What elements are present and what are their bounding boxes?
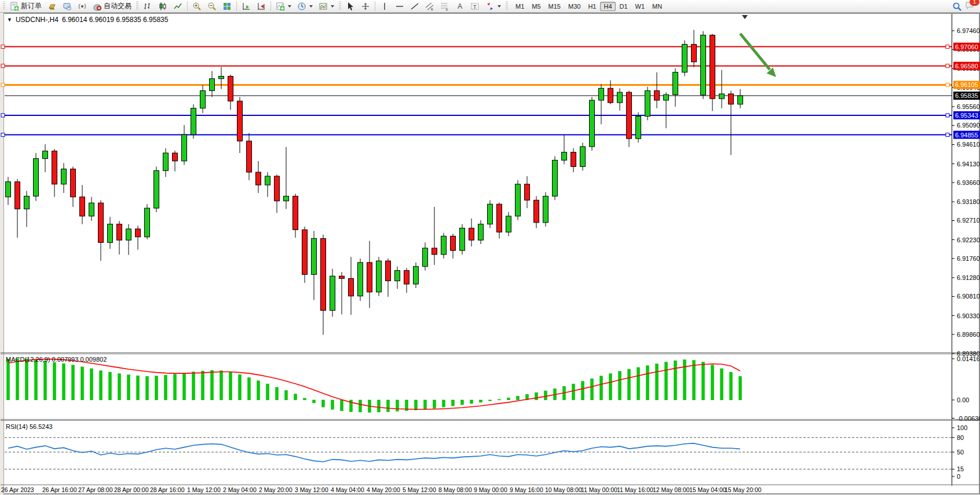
rsi-indicator-label: RSI(14) 56.5243 — [6, 423, 53, 430]
fibonacci-tool-button[interactable]: F — [437, 0, 452, 12]
svg-text:6.91760: 6.91760 — [957, 255, 980, 262]
horizontal-lines[interactable] — [1, 45, 952, 137]
line-chart-icon — [173, 2, 182, 11]
timeframe-button-w1[interactable]: W1 — [632, 2, 649, 11]
search-icon[interactable] — [952, 2, 961, 11]
zoom-out-icon — [207, 2, 217, 11]
svg-text:12 May 08:00: 12 May 08:00 — [653, 486, 690, 493]
timeframe-group: M1M5M15M30H1H4D1W1MN — [512, 2, 665, 11]
timeframe-button-m15[interactable]: M15 — [545, 2, 564, 11]
toolbar-grip[interactable] — [3, 2, 5, 10]
toolbar-grip[interactable] — [136, 2, 138, 10]
svg-text:5 May 12:00: 5 May 12:00 — [403, 486, 436, 493]
svg-text:8 May 08:00: 8 May 08:00 — [438, 486, 472, 493]
zoom-in-icon — [192, 2, 202, 11]
autotrading-label: 自动交易 — [104, 1, 131, 11]
periods-button[interactable] — [294, 0, 316, 12]
svg-text:6.97060: 6.97060 — [955, 43, 978, 50]
candlestick-chart-button[interactable] — [155, 0, 170, 12]
auto-scroll-button[interactable] — [239, 0, 254, 12]
svg-text:6.93180: 6.93180 — [957, 198, 980, 205]
svg-text:0.00: 0.00 — [957, 396, 969, 403]
gold-button[interactable] — [45, 0, 60, 12]
text-label-tool-button[interactable]: T — [467, 0, 482, 12]
line-chart-button[interactable] — [170, 0, 185, 12]
text-tool-button[interactable]: A — [452, 0, 467, 12]
timeframe-button-m30[interactable]: M30 — [565, 2, 584, 11]
svg-text:11 May 00:00: 11 May 00:00 — [581, 486, 617, 493]
crosshair-icon — [361, 2, 370, 11]
toolbar-grip[interactable] — [506, 2, 508, 10]
svg-text:6.92710: 6.92710 — [957, 217, 980, 224]
svg-text:6.89860: 6.89860 — [957, 331, 980, 338]
chart-shift-marker — [742, 15, 748, 19]
chart-symbol-period: USDCNH-,H4 — [16, 16, 58, 24]
notification-badge: 1 — [970, 0, 979, 6]
svg-text:6.94610: 6.94610 — [957, 141, 980, 148]
vertical-line-icon — [380, 2, 389, 11]
arrows-caret — [498, 5, 501, 8]
arrows-icon — [485, 2, 495, 11]
periods-caret — [309, 5, 313, 8]
templates-caret — [331, 5, 334, 8]
text-icon: A — [455, 2, 465, 11]
svg-text:6.95343: 6.95343 — [955, 112, 978, 119]
arrows-tool-button[interactable] — [482, 0, 504, 12]
vertical-line-tool-button[interactable] — [377, 0, 392, 12]
zoom-in-button[interactable] — [189, 0, 204, 12]
svg-text:26 Apr 16:00: 26 Apr 16:00 — [42, 486, 77, 493]
crosshair-tool-button[interactable] — [358, 0, 373, 12]
svg-text:6.96580: 6.96580 — [955, 63, 978, 70]
svg-text:100: 100 — [957, 424, 967, 431]
timeframe-button-m5[interactable]: M5 — [528, 2, 544, 11]
templates-icon — [319, 2, 328, 11]
timeframe-button-h1[interactable]: H1 — [584, 2, 599, 11]
cursor-icon — [346, 2, 355, 11]
bar-chart-button[interactable] — [140, 0, 155, 12]
svg-text:6.90330: 6.90330 — [957, 312, 980, 319]
timeframe-button-mn[interactable]: MN — [649, 2, 665, 11]
new-order-button[interactable]: 新订单 — [7, 0, 45, 12]
collapse-icon[interactable]: ▼ — [7, 17, 12, 23]
add-indicator-button[interactable] — [273, 0, 294, 12]
tile-windows-button[interactable] — [220, 0, 235, 12]
trend-arrow-annotation[interactable] — [740, 34, 776, 77]
new-order-label: 新订单 — [21, 1, 42, 11]
remote-terminal-button[interactable] — [60, 0, 75, 12]
chart-shift-button[interactable] — [254, 0, 269, 12]
chart-canvas[interactable]: 6.974606.969906.965106.960406.955606.950… — [0, 13, 980, 495]
auto-scroll-icon — [242, 2, 251, 11]
svg-text:15 May 20:00: 15 May 20:00 — [725, 486, 762, 493]
svg-text:4 May 20:00: 4 May 20:00 — [367, 486, 400, 493]
zoom-out-button[interactable] — [204, 0, 220, 12]
autotrading-button[interactable]: 自动交易 — [90, 0, 134, 12]
svg-text:-0.006363: -0.006363 — [957, 415, 980, 422]
svg-text:80: 80 — [957, 434, 964, 441]
signals-button[interactable] — [75, 0, 90, 12]
text-label-icon: T — [470, 2, 480, 11]
equidistant-channel-tool-button[interactable]: E — [422, 0, 437, 12]
svg-text:2 May 04:00: 2 May 04:00 — [223, 486, 257, 493]
timeframe-button-m1[interactable]: M1 — [512, 2, 528, 11]
svg-text:6.91280: 6.91280 — [957, 274, 980, 281]
svg-text:26 Apr 2023: 26 Apr 2023 — [1, 486, 34, 493]
svg-text:10 May 08:00: 10 May 08:00 — [545, 486, 582, 493]
new-order-icon — [10, 2, 19, 11]
timeframe-button-h4[interactable]: H4 — [600, 2, 615, 11]
svg-text:11 May 16:00: 11 May 16:00 — [617, 486, 653, 493]
cursor-tool-button[interactable] — [343, 0, 358, 12]
svg-text:6.93660: 6.93660 — [957, 179, 980, 186]
horizontal-line-tool-button[interactable] — [392, 0, 407, 12]
svg-text:6.92230: 6.92230 — [957, 236, 980, 243]
svg-text:A: A — [458, 2, 462, 10]
toolbar-grip[interactable] — [339, 2, 341, 10]
trendline-tool-button[interactable] — [407, 0, 422, 12]
chat-button[interactable]: 1 — [965, 1, 975, 12]
svg-text:15: 15 — [957, 465, 964, 472]
svg-text:6.90810: 6.90810 — [957, 293, 980, 300]
chart-window[interactable]: ▼ USDCNH-,H4 6.96014 6.96019 6.95835 6.9… — [0, 13, 980, 495]
templates-button[interactable] — [316, 0, 337, 12]
timeframe-button-d1[interactable]: D1 — [616, 2, 631, 11]
rsi-pane: 1008050150 — [5, 424, 967, 480]
bar-chart-icon — [143, 2, 152, 11]
